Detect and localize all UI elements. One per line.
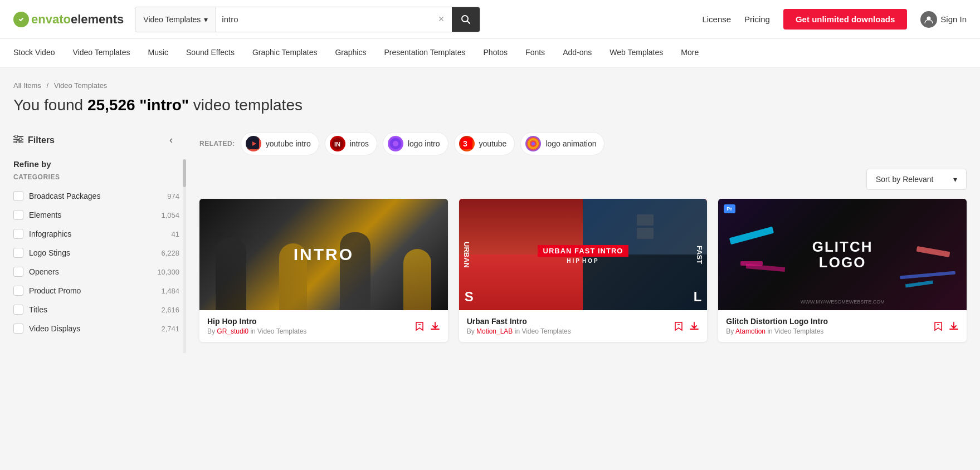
checkbox-elements[interactable] — [13, 210, 23, 220]
sort-label: Sort by Relevant — [876, 175, 934, 184]
urban-inner: URBAN FAST INTRO HIP HOP URBAN FAST — [459, 199, 708, 310]
urban-l-letter: L — [694, 289, 702, 305]
category-product-promo[interactable]: Product Promo 1,484 — [13, 281, 179, 300]
glitch-url-text: WWW.MYAWESOMEWEBSITE.COM — [718, 299, 967, 305]
collapse-filters-button[interactable]: ‹ — [167, 132, 175, 148]
nav-photos[interactable]: Photos — [484, 38, 508, 68]
sign-in-button[interactable]: Sign In — [920, 11, 967, 28]
product-card-urban: URBAN FAST INTRO HIP HOP URBAN FAST — [459, 199, 708, 342]
category-infographics[interactable]: Infographics 41 — [13, 224, 179, 243]
tag-thumb-logo-intro — [388, 136, 403, 151]
tag-thumb-youtube-intro — [246, 136, 261, 151]
checkbox-broadcast[interactable] — [13, 191, 23, 201]
svg-point-14 — [393, 141, 398, 146]
tag-intros[interactable]: IN intros — [325, 132, 377, 155]
breadcrumb-all-items[interactable]: All Items — [13, 81, 41, 90]
bookmark-button-urban[interactable] — [674, 321, 684, 331]
breadcrumb-video-templates[interactable]: Video Templates — [54, 81, 108, 90]
sort-select[interactable]: Sort by Relevant ▾ — [866, 169, 967, 190]
category-count-elements: 1,054 — [161, 211, 179, 219]
category-count-openers: 10,300 — [157, 268, 179, 276]
nav-video-templates[interactable]: Video Templates — [72, 38, 130, 68]
sort-bar: Sort by Relevant ▾ — [199, 169, 967, 190]
product-actions-glitch — [933, 321, 959, 331]
svg-point-8 — [17, 140, 19, 143]
bookmark-button-glitch[interactable] — [933, 321, 943, 331]
license-link[interactable]: License — [702, 14, 731, 24]
search-category-dropdown[interactable]: Video Templates ▾ — [135, 7, 216, 32]
logo[interactable]: envatoelements — [13, 12, 124, 27]
filters-label: Filters — [28, 135, 55, 145]
product-info-urban: Urban Fast Intro By Motion_LAB in Video … — [459, 310, 708, 342]
product-title-glitch: Glitch Distortion Logo Intro — [726, 317, 828, 326]
premiere-pro-badge: Pr — [724, 204, 735, 213]
product-author-glitch: By Atamotion in Video Templates — [726, 327, 828, 335]
product-author-hiphop: By GR_studi0 in Video Templates — [207, 327, 306, 335]
breadcrumb-section: All Items / Video Templates You found 25… — [0, 68, 980, 121]
category-list: Broadcast Packages 974 Elements 1,054 In… — [13, 187, 179, 338]
product-actions-urban — [674, 321, 699, 331]
nav-presentation-templates[interactable]: Presentation Templates — [384, 38, 465, 68]
download-button-urban[interactable] — [689, 321, 699, 331]
get-downloads-button[interactable]: Get unlimited downloads — [783, 9, 907, 30]
checkbox-logo-stings[interactable] — [13, 248, 23, 258]
nav-stock-video[interactable]: Stock Video — [13, 38, 55, 68]
author-link-glitch[interactable]: Atamotion — [735, 327, 766, 335]
product-title-urban: Urban Fast Intro — [467, 317, 571, 326]
category-count-logo-stings: 6,228 — [161, 249, 179, 257]
author-link-hiphop[interactable]: GR_studi0 — [217, 327, 248, 335]
category-name-video-displays: Video Displays — [29, 324, 155, 333]
bookmark-button-hiphop[interactable] — [415, 321, 425, 331]
category-openers[interactable]: Openers 10,300 — [13, 262, 179, 281]
nav-fonts[interactable]: Fonts — [525, 38, 545, 68]
product-thumb-glitch[interactable]: Pr GLITCHLOGO WWW.MYAWESOMEWEBSITE.COM — [718, 199, 967, 310]
nav-graphic-templates[interactable]: Graphic Templates — [252, 38, 317, 68]
download-button-glitch[interactable] — [949, 321, 959, 331]
checkbox-openers[interactable] — [13, 267, 23, 277]
checkbox-infographics[interactable] — [13, 229, 23, 239]
nav-more[interactable]: More — [681, 38, 699, 68]
search-input[interactable] — [222, 14, 436, 24]
result-suffix: video templates — [189, 96, 303, 114]
scroll-track — [183, 159, 186, 353]
product-info-glitch: Glitch Distortion Logo Intro By Atamotio… — [718, 310, 967, 342]
category-name-openers: Openers — [29, 267, 152, 276]
product-thumb-hiphop[interactable]: INTRO — [199, 199, 448, 310]
tag-logo-intro[interactable]: logo intro — [383, 132, 448, 155]
search-bar: Video Templates ▾ × — [135, 7, 480, 32]
nav-music[interactable]: Music — [148, 38, 168, 68]
product-thumb-urban[interactable]: URBAN FAST INTRO HIP HOP URBAN FAST — [459, 199, 708, 310]
download-button-hiphop[interactable] — [430, 321, 440, 331]
tag-youtube[interactable]: 3 youtube — [454, 132, 515, 155]
category-name-infographics: Infographics — [29, 229, 166, 238]
category-broadcast-packages[interactable]: Broadcast Packages 974 — [13, 187, 179, 205]
tag-youtube-intro[interactable]: youtube intro — [241, 132, 319, 155]
category-video-displays[interactable]: Video Displays 2,741 — [13, 319, 179, 338]
glitch-stroke-5 — [746, 264, 785, 272]
category-elements[interactable]: Elements 1,054 — [13, 205, 179, 224]
pricing-link[interactable]: Pricing — [744, 14, 770, 24]
category-logo-stings[interactable]: Logo Stings 6,228 — [13, 243, 179, 262]
nav-graphics[interactable]: Graphics — [335, 38, 366, 68]
category-titles[interactable]: Titles 2,616 — [13, 300, 179, 319]
main-layout: Filters ‹ Refine by Categories Broadcast… — [0, 121, 980, 353]
category-count-broadcast: 974 — [167, 192, 179, 200]
category-name-logo-stings: Logo Stings — [29, 248, 155, 257]
checkbox-product-promo[interactable] — [13, 286, 23, 296]
tag-logo-animation[interactable]: logo animation — [520, 132, 604, 155]
nav-sound-effects[interactable]: Sound Effects — [186, 38, 235, 68]
checkbox-titles[interactable] — [13, 305, 23, 315]
clear-search-button[interactable]: × — [436, 11, 447, 27]
search-button[interactable] — [452, 7, 480, 32]
related-tags-row: RELATED: youtube intro IN intr — [199, 132, 967, 155]
author-link-urban[interactable]: Motion_LAB — [476, 327, 513, 335]
product-grid: INTRO Hip Hop Intro By GR_studi0 in Vide… — [199, 199, 967, 342]
tag-thumb-intros: IN — [330, 136, 345, 151]
nav-web-templates[interactable]: Web Templates — [610, 38, 663, 68]
categories-label: Categories — [13, 173, 179, 181]
checkbox-video-displays[interactable] — [13, 324, 23, 334]
glitch-stroke-2 — [916, 246, 950, 257]
logo-icon — [13, 12, 29, 27]
glitch-stroke-4 — [900, 271, 955, 280]
nav-add-ons[interactable]: Add-ons — [563, 38, 592, 68]
